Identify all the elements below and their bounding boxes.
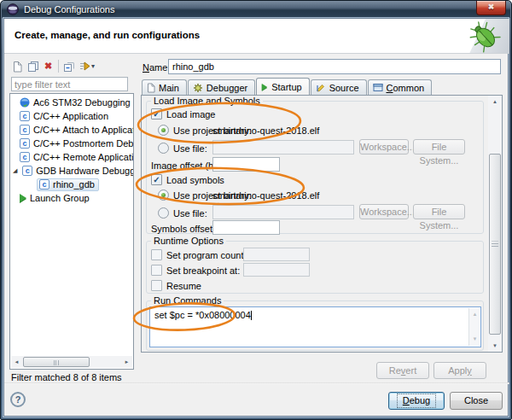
revert-button[interactable]: Revert bbox=[376, 362, 429, 379]
duplicate-configuration-icon bbox=[27, 61, 39, 73]
load-group-title: Load Image and Symbols bbox=[151, 96, 263, 106]
tab-bar: Main Debugger Startup Source Comm bbox=[142, 78, 432, 95]
image-use-file-radio[interactable] bbox=[158, 143, 169, 154]
filter-menu-caret-icon: ▾ bbox=[91, 62, 95, 70]
sidebar-item-launch-group[interactable]: Launch Group bbox=[11, 191, 134, 205]
scroll-left-icon[interactable]: ◄ bbox=[11, 356, 22, 368]
debug-bug-icon bbox=[467, 20, 504, 54]
new-configuration-icon bbox=[12, 61, 23, 73]
image-file-input[interactable] bbox=[212, 140, 354, 155]
dialog-header: Create, manage, and run configurations bbox=[4, 19, 509, 54]
sidebar-item-cpp-attach[interactable]: C/C++ Attach to Application bbox=[11, 123, 134, 137]
configurations-tree: Ac6 STM32 Debugging C/C++ Application C/… bbox=[9, 93, 134, 370]
name-label: Name: bbox=[143, 62, 170, 73]
configuration-name-input[interactable] bbox=[168, 59, 501, 74]
tab-source[interactable]: Source bbox=[311, 79, 367, 95]
symbols-workspace-button[interactable]: Workspace... bbox=[359, 204, 409, 219]
symbols-file-system-button[interactable]: File System... bbox=[413, 204, 465, 219]
image-workspace-button[interactable]: Workspace... bbox=[359, 139, 409, 155]
tree-item-label: C/C++ Attach to Application bbox=[33, 125, 134, 135]
sidebar-item-cpp-remote[interactable]: C/C++ Remote Application bbox=[11, 150, 134, 164]
image-file-system-button[interactable]: File System... bbox=[413, 139, 465, 155]
image-binary-value: smartrhino-quest-2018.elf bbox=[212, 125, 319, 137]
scroll-right-icon[interactable]: ► bbox=[121, 356, 132, 368]
sidebar-item-rhino-gdb[interactable]: rhino_gdb bbox=[11, 178, 134, 191]
source-tab-icon bbox=[316, 83, 326, 93]
c-launch-type-icon bbox=[20, 152, 30, 162]
load-image-checkbox[interactable]: ✓ bbox=[151, 108, 162, 120]
run-commands-title: Run Commands bbox=[151, 295, 224, 306]
tab-startup[interactable]: Startup bbox=[256, 78, 309, 95]
scroll-up-icon[interactable]: ▲ bbox=[488, 96, 502, 108]
window-title: Debug Configurations bbox=[24, 4, 114, 15]
load-symbols-checkbox[interactable]: ✓ bbox=[151, 174, 162, 185]
collapse-all-icon bbox=[63, 61, 75, 73]
run-commands-scrollbar[interactable]: ▲ ▼ bbox=[468, 308, 480, 346]
sidebar-item-cpp-application[interactable]: C/C++ Application bbox=[11, 109, 134, 123]
scroll-down-icon[interactable]: ▼ bbox=[488, 340, 502, 352]
set-breakpoint-input[interactable] bbox=[243, 263, 310, 277]
debug-button[interactable]: Debug bbox=[388, 392, 445, 410]
image-use-project-binary-radio[interactable] bbox=[158, 125, 169, 136]
scrollbar-grip bbox=[492, 242, 498, 248]
use-file-label: Use file: bbox=[173, 143, 207, 155]
radio-dot bbox=[161, 128, 166, 132]
sidebar-item-cpp-postmortem[interactable]: C/C++ Postmortem Debugger bbox=[11, 137, 134, 150]
sidebar-item-ac6-stm32-debugging[interactable]: Ac6 STM32 Debugging bbox=[11, 96, 134, 109]
tree-item-label: GDB Hardware Debugging bbox=[36, 166, 134, 176]
symbols-file-input[interactable] bbox=[212, 205, 354, 219]
footer-divider bbox=[4, 382, 509, 384]
set-pc-input[interactable] bbox=[243, 248, 310, 261]
scroll-down-icon[interactable]: ▼ bbox=[469, 334, 480, 345]
resume-checkbox[interactable] bbox=[151, 280, 162, 291]
tree-scrollbar-thumb[interactable] bbox=[23, 357, 90, 367]
apply-button[interactable]: Apply bbox=[433, 362, 486, 379]
tab-label: Source bbox=[329, 83, 359, 93]
load-symbols-label[interactable]: Load symbols bbox=[166, 175, 224, 186]
c-launch-type-icon bbox=[20, 125, 30, 135]
set-pc-checkbox[interactable] bbox=[151, 249, 162, 260]
tab-main[interactable]: Main bbox=[142, 79, 187, 95]
debug-button-label: Debug bbox=[397, 394, 436, 408]
load-image-label[interactable]: Load image bbox=[166, 109, 216, 120]
tab-common[interactable]: Common bbox=[368, 79, 433, 95]
tree-filter-input[interactable] bbox=[11, 77, 128, 91]
duplicate-configuration-button[interactable] bbox=[26, 59, 40, 73]
filter-status-label: Filter matched 8 of 8 items bbox=[11, 372, 122, 382]
set-breakpoint-label[interactable]: Set breakpoint at: bbox=[166, 265, 240, 277]
sidebar-item-gdb-hardware-debugging[interactable]: ◢ GDB Hardware Debugging bbox=[11, 164, 134, 178]
resume-label[interactable]: Resume bbox=[166, 281, 201, 292]
help-button[interactable]: ? bbox=[10, 392, 26, 407]
new-configuration-button[interactable] bbox=[10, 59, 25, 73]
c-launch-type-icon bbox=[39, 179, 49, 190]
delete-configuration-button[interactable]: ✖ bbox=[41, 59, 55, 73]
selected-tree-item: rhino_gdb bbox=[37, 178, 99, 191]
tree-expander-icon[interactable]: ◢ bbox=[13, 167, 19, 174]
run-command-text: set $pc = *0x08000004 bbox=[154, 310, 251, 320]
tab-label: Main bbox=[159, 83, 179, 93]
content-scrollbar-thumb[interactable] bbox=[489, 154, 501, 335]
content-vertical-scrollbar[interactable]: ▲ ▼ bbox=[488, 96, 502, 352]
titlebar[interactable]: Debug Configurations ✖ bbox=[2, 1, 510, 18]
symbols-use-project-binary-radio[interactable] bbox=[158, 190, 169, 201]
symbols-offset-input[interactable] bbox=[212, 220, 280, 235]
close-button[interactable]: Close bbox=[450, 392, 503, 410]
toolbar-separator bbox=[58, 60, 59, 73]
symbols-use-file-radio[interactable] bbox=[158, 207, 169, 219]
set-breakpoint-checkbox[interactable] bbox=[151, 265, 162, 276]
tree-item-label: C/C++ Postmortem Debugger bbox=[33, 138, 134, 149]
tree-horizontal-scrollbar[interactable]: ◄ ► bbox=[11, 356, 132, 368]
use-file-label: Use file: bbox=[173, 208, 207, 219]
ac6-stm32-icon bbox=[20, 97, 30, 108]
debug-configurations-window: Debug Configurations ✖ Create, manage, a… bbox=[0, 0, 512, 420]
tree-item-label: Ac6 STM32 Debugging bbox=[33, 97, 131, 108]
run-commands-textarea[interactable]: set $pc = *0x08000004 ▲ ▼ bbox=[149, 306, 481, 347]
image-offset-input[interactable] bbox=[212, 157, 280, 172]
close-window-button[interactable]: ✖ bbox=[476, 1, 506, 15]
tab-debugger[interactable]: Debugger bbox=[188, 79, 255, 95]
scroll-up-icon[interactable]: ▲ bbox=[469, 309, 480, 320]
collapse-all-button[interactable] bbox=[61, 59, 76, 73]
tree-item-label: C/C++ Remote Application bbox=[33, 152, 134, 162]
filter-configurations-button[interactable]: ▾ bbox=[77, 59, 97, 73]
tree-item-label: Launch Group bbox=[30, 193, 90, 203]
